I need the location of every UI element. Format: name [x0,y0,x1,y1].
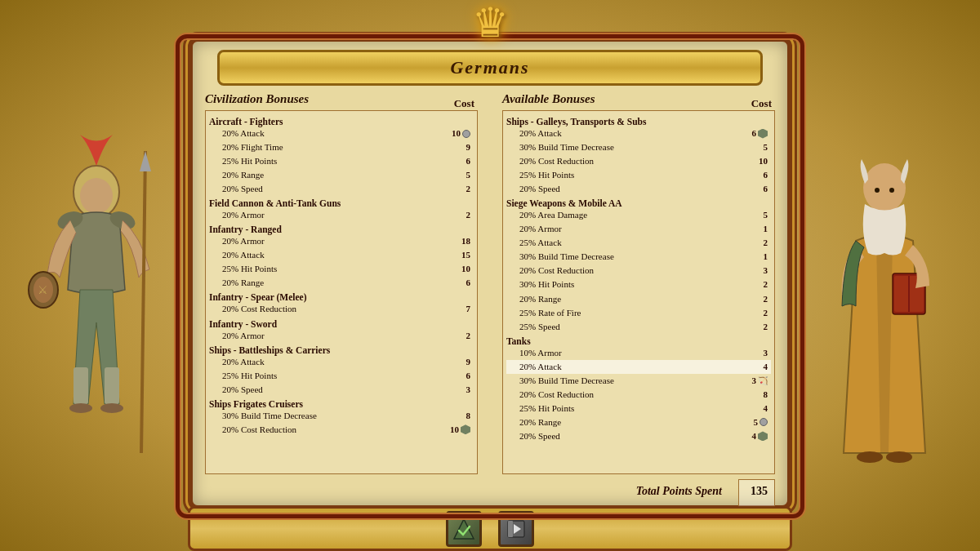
list-item[interactable]: 20% Range 5 [506,415,771,429]
list-item[interactable]: 25% Hit Points 6 [506,168,771,182]
list-item[interactable]: 25% Hit Points 6 [209,154,474,168]
category-field-cannon: Field Cannon & Anti-Tank Guns [209,198,474,208]
list-item[interactable]: 20% Cost Reduction 3 [506,264,771,278]
svg-point-19 [857,451,883,463]
category-tanks: Tanks [506,336,771,346]
svg-point-14 [875,188,880,193]
list-item[interactable]: 20% Attack 10 [209,127,474,140]
exit-button[interactable] [498,511,534,547]
civ-panel-header: Civilization Bonuses Cost [205,92,478,110]
points-spent-value: 135 [746,482,768,501]
list-item[interactable]: 20% Range 5 [209,168,474,182]
avail-cost-header: Cost [726,97,775,110]
svg-point-13 [863,163,906,212]
civ-cost-header: Cost [429,97,478,110]
category-ships-battleships: Ships - Battleships & Carriers [209,345,474,355]
list-item[interactable]: 20% Cost Reduction 10 [506,154,771,168]
svg-point-1 [80,178,113,214]
shield-icon [758,431,768,441]
shield-icon [461,424,470,434]
list-item[interactable]: 20% Speed 3 [209,383,474,397]
list-item[interactable]: 20% Cost Reduction 7 [209,302,474,316]
category-ships-frigates: Ships Frigates Cruisers [209,399,474,409]
shield-icon [758,129,768,139]
list-item[interactable]: 20% Flight Time 9 [209,140,474,154]
svg-marker-5 [140,151,151,171]
category-infantry-sword: Infantry - Sword [209,319,474,329]
main-panel: Germans Civilization Bonuses Cost Aircra… [188,37,792,510]
list-item[interactable]: 25% Attack 2 [506,236,771,250]
svg-rect-7 [105,367,119,404]
list-item[interactable]: 20% Attack 9 [209,355,474,369]
list-item[interactable]: 30% Build Time Decrease 1 [506,250,771,264]
list-item[interactable]: 20% Area Damage 5 [506,208,771,222]
confirm-button[interactable] [446,511,482,547]
list-item[interactable]: 20% Speed 6 [506,182,771,196]
category-siege-weapons: Siege Weapons & Mobile AA [506,198,771,208]
list-item[interactable]: 20% Cost Reduction 10 [209,423,474,437]
list-item[interactable]: 20% Attack 6 [506,127,771,140]
content-area: Civilization Bonuses Cost Aircraft - Fig… [205,92,775,474]
svg-line-4 [141,151,145,453]
list-item[interactable]: 30% Hit Points 2 [506,278,771,291]
civilization-title: Germans [220,57,760,78]
svg-point-20 [886,451,912,463]
points-spent-label: Total Points Spent [636,482,722,501]
title-bar: Germans [217,50,763,86]
list-item[interactable]: 20% Speed 2 [209,182,474,196]
avail-panel-title: Available Bonuses [502,92,595,106]
list-item[interactable]: 20% Armor 18 [209,234,474,248]
list-item[interactable]: 30% Build Time Decrease 3🏹 [506,374,771,388]
available-bonuses-panel: Available Bonuses Cost Ships - Galleys, … [502,92,775,474]
list-item[interactable]: 20% Range 6 [209,276,474,290]
warrior-character: ⚔ [0,49,192,551]
civ-panel-title: Civilization Bonuses [205,92,309,106]
list-item-highlighted[interactable]: 20% Attack 4 [506,360,771,374]
coin-icon [760,418,768,426]
list-item[interactable]: 30% Build Time Decrease 5 [506,140,771,154]
list-item[interactable]: 25% Speed 2 [506,320,771,334]
list-item[interactable]: 10% Armor 3 [506,346,771,360]
category-aircraft-fighters: Aircraft - Fighters [209,117,474,127]
sage-character [788,49,980,551]
svg-rect-24 [508,521,513,537]
list-item[interactable]: 25% Hit Points 10 [209,262,474,276]
list-item[interactable]: 20% Armor 2 [209,208,474,222]
svg-point-9 [100,403,123,413]
civ-bonus-list: Aircraft - Fighters 20% Attack 10 20% Fl… [205,110,478,474]
avail-panel-header: Available Bonuses Cost [502,92,775,110]
list-item[interactable]: 25% Rate of Fire 2 [506,306,771,320]
arrow-icon: 🏹 [758,375,768,388]
panel-divider [486,92,494,474]
svg-marker-21 [454,519,474,539]
list-item[interactable]: 20% Attack 15 [209,248,474,262]
list-item[interactable]: 20% Range 2 [506,292,771,306]
list-item[interactable]: 20% Armor 2 [209,329,474,343]
svg-point-15 [889,188,894,193]
category-infantry-ranged: Infantry - Ranged [209,224,474,234]
crown-icon: ♛ [457,0,523,45]
svg-point-8 [69,403,92,413]
civilization-bonuses-panel: Civilization Bonuses Cost Aircraft - Fig… [205,92,478,474]
list-item[interactable]: 30% Build Time Decrease 8 [209,409,474,423]
list-item[interactable]: 25% Hit Points 4 [506,402,771,415]
svg-text:⚔: ⚔ [38,284,48,296]
list-item[interactable]: 25% Hit Points 6 [209,369,474,383]
coin-icon [462,130,470,138]
category-ships-galleys: Ships - Galleys, Transports & Subs [506,117,771,127]
list-item[interactable]: 20% Cost Reduction 8 [506,388,771,402]
avail-bonus-list: Ships - Galleys, Transports & Subs 20% A… [502,110,775,474]
list-item[interactable]: 20% Armor 1 [506,222,771,236]
category-infantry-spear: Infantry - Spear (Melee) [209,292,474,302]
list-item[interactable]: 20% Speed 4 [506,429,771,443]
svg-rect-6 [74,367,88,404]
bottom-toolbar [188,506,792,551]
